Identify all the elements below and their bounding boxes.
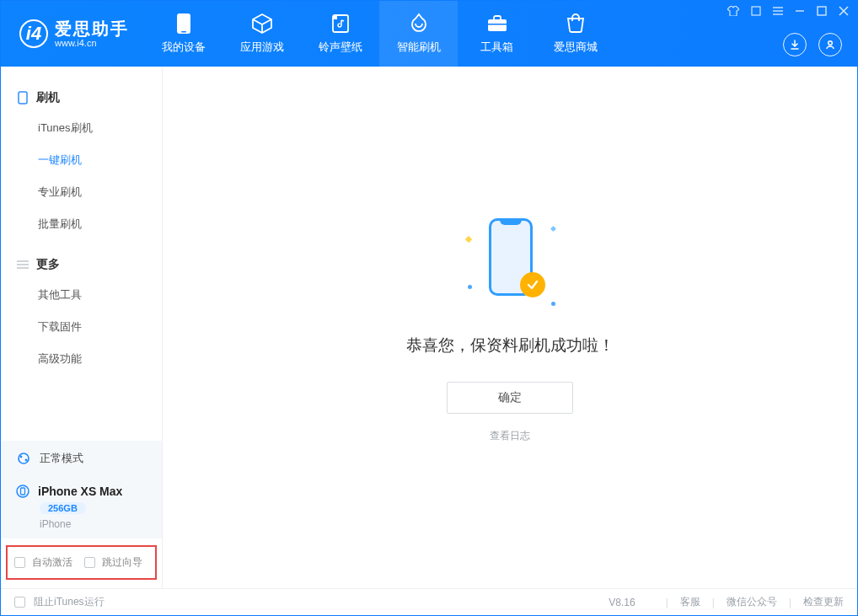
sidebar-item-batch[interactable]: 批量刷机 <box>1 208 162 240</box>
maximize-icon[interactable] <box>817 6 827 16</box>
footer-link-support[interactable]: 客服 <box>680 595 700 609</box>
flash-icon <box>408 13 430 35</box>
footer: 阻止iTunes运行 V8.16 | 客服 | 微信公众号 | 检查更新 <box>1 588 857 615</box>
svg-rect-22 <box>21 488 25 495</box>
footer-link-wechat[interactable]: 微信公众号 <box>727 595 777 609</box>
checkbox-stop-itunes[interactable]: 阻止iTunes运行 <box>14 595 105 609</box>
nav-label: 应用游戏 <box>240 40 284 55</box>
check-icon <box>520 272 545 297</box>
menu-icon[interactable] <box>773 7 783 15</box>
app-window: i4 爱思助手 www.i4.cn 我的设备 应用游戏 <box>0 0 858 616</box>
nav-label: 爱思商城 <box>554 40 598 55</box>
svg-rect-1 <box>181 31 186 33</box>
footer-link-update[interactable]: 检查更新 <box>803 595 844 609</box>
checkbox-label: 跳过向导 <box>102 555 142 570</box>
window-controls <box>727 6 849 16</box>
minimize-icon[interactable] <box>795 6 805 16</box>
nav-my-device[interactable]: 我的设备 <box>144 1 223 67</box>
device-icon <box>16 485 29 498</box>
main-content: 恭喜您，保资料刷机成功啦！ 确定 查看日志 <box>163 67 857 588</box>
device-capacity-row: 256GB <box>1 500 162 518</box>
apps-icon <box>251 13 273 35</box>
svg-point-20 <box>25 459 28 462</box>
shirt-icon[interactable] <box>727 6 739 16</box>
phone-icon <box>16 91 29 104</box>
app-url: www.i4.cn <box>55 38 129 48</box>
checkbox-auto-activate[interactable]: 自动激活 <box>14 555 72 570</box>
sidebar-item-firmware[interactable]: 下载固件 <box>1 311 162 343</box>
restore-icon[interactable] <box>751 6 761 16</box>
top-nav: 我的设备 应用游戏 铃声壁纸 智能刷机 <box>144 1 614 67</box>
svg-rect-10 <box>818 7 826 15</box>
header-actions <box>783 33 842 56</box>
nav-label: 铃声壁纸 <box>319 40 362 55</box>
header: i4 爱思助手 www.i4.cn 我的设备 应用游戏 <box>1 1 857 67</box>
download-button[interactable] <box>783 33 807 56</box>
sidebar: 刷机 iTunes刷机 一键刷机 专业刷机 批量刷机 更多 其他工具 下载固件 … <box>1 67 163 588</box>
checkbox-label: 阻止iTunes运行 <box>34 595 105 609</box>
sidebar-head-flash[interactable]: 刷机 <box>1 83 162 112</box>
svg-point-21 <box>17 485 29 497</box>
svg-point-18 <box>19 453 29 463</box>
nav-ringtone[interactable]: 铃声壁纸 <box>301 1 379 67</box>
sidebar-item-other[interactable]: 其他工具 <box>1 279 162 311</box>
toolbox-icon <box>486 13 508 35</box>
device-capacity-badge: 256GB <box>40 502 86 514</box>
mode-icon <box>16 451 31 466</box>
svg-rect-5 <box>752 7 760 15</box>
checkbox-box <box>14 597 25 608</box>
device-row[interactable]: iPhone XS Max <box>1 476 162 500</box>
nav-apps[interactable]: 应用游戏 <box>223 1 301 67</box>
sidebar-item-itunes[interactable]: iTunes刷机 <box>1 112 162 144</box>
ringtone-icon <box>330 13 351 35</box>
nav-label: 我的设备 <box>162 40 206 55</box>
device-icon <box>173 13 195 35</box>
success-panel: 恭喜您，保资料刷机成功啦！ 确定 查看日志 <box>406 212 614 443</box>
version-text: V8.16 <box>609 597 635 608</box>
checkbox-label: 自动激活 <box>32 555 72 570</box>
device-type: iPhone <box>1 518 162 538</box>
svg-rect-4 <box>488 24 507 25</box>
svg-rect-14 <box>19 92 27 104</box>
sidebar-item-pro[interactable]: 专业刷机 <box>1 176 162 208</box>
checkbox-box <box>84 557 95 568</box>
nav-label: 工具箱 <box>480 40 513 55</box>
ok-button[interactable]: 确定 <box>447 382 573 414</box>
logo[interactable]: i4 爱思助手 www.i4.cn <box>1 19 144 48</box>
svg-rect-0 <box>177 13 190 34</box>
nav-shop[interactable]: 爱思商城 <box>536 1 614 67</box>
nav-toolbox[interactable]: 工具箱 <box>458 1 536 67</box>
device-panel: 正常模式 iPhone XS Max 256GB iPhone <box>1 441 162 538</box>
mode-label: 正常模式 <box>40 451 83 466</box>
sidebar-item-advanced[interactable]: 高级功能 <box>1 343 162 375</box>
success-text: 恭喜您，保资料刷机成功啦！ <box>406 335 614 356</box>
sidebar-section-flash: 刷机 iTunes刷机 一键刷机 专业刷机 批量刷机 <box>1 78 162 245</box>
checkbox-box <box>14 557 25 568</box>
user-button[interactable] <box>818 33 842 56</box>
section-title: 刷机 <box>36 90 60 105</box>
shop-icon <box>565 13 587 35</box>
section-title: 更多 <box>36 257 60 272</box>
sidebar-scroll: 刷机 iTunes刷机 一键刷机 专业刷机 批量刷机 更多 其他工具 下载固件 … <box>1 67 162 441</box>
logo-text: 爱思助手 www.i4.cn <box>55 19 129 48</box>
nav-label: 智能刷机 <box>397 40 441 55</box>
success-illustration <box>459 212 560 313</box>
logo-icon: i4 <box>19 19 48 48</box>
mode-row[interactable]: 正常模式 <box>1 441 162 476</box>
close-icon[interactable] <box>839 6 849 16</box>
svg-point-19 <box>20 456 23 458</box>
app-title: 爱思助手 <box>55 19 129 38</box>
sidebar-item-onekey[interactable]: 一键刷机 <box>1 144 162 176</box>
svg-rect-3 <box>488 19 507 31</box>
list-icon <box>16 258 29 271</box>
device-name: iPhone XS Max <box>38 485 122 498</box>
sidebar-section-more: 更多 其他工具 下载固件 高级功能 <box>1 245 162 380</box>
view-log-link[interactable]: 查看日志 <box>490 429 530 443</box>
checkbox-skip-guide[interactable]: 跳过向导 <box>84 555 142 570</box>
nav-flash[interactable]: 智能刷机 <box>379 1 458 67</box>
body: 刷机 iTunes刷机 一键刷机 专业刷机 批量刷机 更多 其他工具 下载固件 … <box>1 67 857 588</box>
sidebar-head-more[interactable]: 更多 <box>1 250 162 279</box>
svg-point-13 <box>829 41 833 46</box>
option-row-highlight: 自动激活 跳过向导 <box>6 545 157 580</box>
